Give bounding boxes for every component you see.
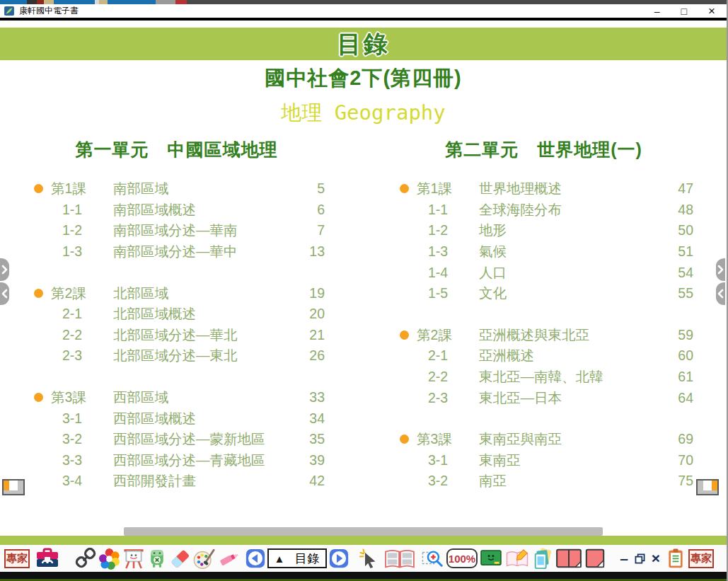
app-logo-icon bbox=[4, 6, 14, 16]
page-corner-flip-left-icon[interactable] bbox=[2, 479, 25, 495]
toc-column: 第二單元 世界地理(一) 第1課世界地理概述471-1全球海陸分布481-2地形… bbox=[394, 139, 693, 512]
page-spread-icon[interactable] bbox=[384, 548, 415, 569]
lesson-list: 第1課南部區域51-1南部區域概述61-2南部區域分述—華南71-3南部區域分述… bbox=[28, 178, 325, 492]
section-code: 2-1 bbox=[62, 306, 113, 322]
edge-nav-left-back-button[interactable] bbox=[0, 282, 9, 305]
toc-lesson-row[interactable]: 第2課亞洲概述與東北亞59 bbox=[394, 325, 693, 346]
toc-section-row[interactable]: 2-2東北亞—南韓、北韓61 bbox=[394, 367, 693, 388]
section-title: 西部區域概述 bbox=[113, 409, 296, 428]
subject-title: 地理 Geography bbox=[0, 99, 727, 127]
toolbox-icon[interactable] bbox=[35, 548, 59, 569]
page-indicator[interactable]: ▲目錄 bbox=[267, 548, 327, 568]
lesson-code: 第3課 bbox=[417, 430, 479, 449]
section-page: 75 bbox=[665, 473, 693, 489]
zoom-level-button[interactable]: 100% bbox=[446, 548, 478, 568]
next-page-button[interactable] bbox=[329, 548, 349, 568]
toc-section-row[interactable]: 3-1東南亞70 bbox=[394, 450, 693, 471]
expert-stamp-button-right[interactable]: 專家 bbox=[688, 549, 714, 568]
toc-section-row[interactable]: 2-3東北亞—日本64 bbox=[394, 387, 693, 408]
toc-section-row[interactable]: 1-2地形50 bbox=[394, 220, 693, 241]
toc-section-row[interactable]: 1-4人口54 bbox=[394, 262, 693, 283]
toc-section-row[interactable]: 2-2北部區域分述—華北21 bbox=[28, 325, 325, 346]
easel-icon[interactable] bbox=[122, 548, 145, 570]
section-page: 61 bbox=[665, 369, 693, 385]
unit-title: 第一單元 中國區域地理 bbox=[28, 139, 325, 160]
page-corner-flip-right-icon[interactable] bbox=[696, 479, 719, 495]
section-page: 48 bbox=[665, 202, 693, 218]
eraser-icon[interactable] bbox=[169, 548, 191, 570]
toc-section-row[interactable]: 3-4西部開發計畫42 bbox=[28, 471, 325, 492]
section-page: 51 bbox=[665, 243, 693, 260]
lesson-title: 西部區域 bbox=[113, 388, 296, 407]
section-code: 2-2 bbox=[62, 327, 113, 343]
two-page-view-icon[interactable] bbox=[555, 548, 582, 569]
prev-page-button[interactable] bbox=[245, 548, 265, 568]
toc-lesson-row[interactable]: 第2課北部區域19 bbox=[28, 282, 325, 304]
close-button[interactable]: × bbox=[708, 6, 715, 17]
section-title: 人口 bbox=[479, 263, 665, 282]
annotation-book-icon[interactable] bbox=[504, 548, 530, 569]
section-title: 南部區域概述 bbox=[113, 200, 296, 219]
section-page: 64 bbox=[665, 390, 693, 406]
notes-clipboard-icon[interactable] bbox=[666, 548, 686, 569]
toc-section-row[interactable]: 2-1亞洲概述60 bbox=[394, 345, 693, 367]
toc-section-row[interactable]: 3-3西部區域分述—青藏地區39 bbox=[28, 450, 325, 471]
section-code: 3-2 bbox=[428, 473, 479, 489]
lesson-page: 59 bbox=[665, 327, 693, 343]
section-page: 39 bbox=[296, 452, 325, 468]
section-page: 70 bbox=[665, 452, 693, 468]
minimize-button[interactable]: – bbox=[654, 6, 660, 17]
toolbar-close-button[interactable]: × bbox=[650, 550, 661, 567]
toc-section-row[interactable]: 3-2西部區域分述—蒙新地區35 bbox=[28, 429, 325, 450]
section-code: 1-5 bbox=[428, 285, 479, 301]
section-code: 1-1 bbox=[62, 202, 113, 218]
lesson-bullet-icon bbox=[34, 289, 43, 298]
toc-lesson-row[interactable]: 第3課東南亞與南亞69 bbox=[394, 429, 693, 450]
expert-stamp-button[interactable]: 專家 bbox=[4, 549, 30, 568]
lesson-bullet-icon bbox=[34, 184, 43, 193]
up-triangle-icon: ▲ bbox=[275, 553, 285, 565]
toc-lesson-row[interactable]: 第1課南部區域5 bbox=[28, 178, 325, 200]
section-title: 北部區域分述—華北 bbox=[113, 326, 296, 345]
maximize-button[interactable]: □ bbox=[681, 6, 687, 17]
lesson-title: 東南亞與南亞 bbox=[479, 430, 665, 449]
zoom-in-icon[interactable] bbox=[421, 548, 444, 569]
lesson-code: 第2課 bbox=[51, 284, 113, 303]
devices-icon[interactable] bbox=[532, 548, 553, 570]
toc-section-row[interactable]: 1-1全球海陸分布48 bbox=[394, 200, 693, 221]
lesson-bullet-icon bbox=[34, 393, 43, 402]
section-code: 3-4 bbox=[62, 473, 113, 489]
toc-section-row[interactable]: 1-2南部區域分述—華南7 bbox=[28, 220, 325, 241]
toc-section-row[interactable]: 2-3北部區域分述—東北26 bbox=[28, 345, 325, 367]
section-page: 26 bbox=[296, 347, 325, 364]
link-icon[interactable] bbox=[75, 548, 96, 569]
edge-nav-left-forward-button[interactable] bbox=[0, 258, 9, 281]
toc-section-row[interactable]: 2-1北部區域概述20 bbox=[28, 304, 325, 325]
highlighter-icon[interactable] bbox=[218, 548, 241, 568]
toc-section-row[interactable]: 1-3南部區域分述—華中13 bbox=[28, 241, 325, 263]
blackboard-icon[interactable] bbox=[480, 549, 502, 568]
toc-section-row[interactable]: 1-3氣候51 bbox=[394, 241, 693, 263]
edge-nav-right-forward-button[interactable] bbox=[716, 258, 725, 281]
toc-section-row[interactable]: 1-5文化55 bbox=[394, 283, 693, 304]
toolbar-restore-button[interactable] bbox=[634, 553, 646, 565]
section-title: 亞洲概述 bbox=[479, 346, 665, 365]
toc-lesson-row[interactable]: 第3課西部區域33 bbox=[28, 387, 325, 408]
lesson-title: 亞洲概述與東北亞 bbox=[479, 326, 665, 345]
toc-section-row[interactable]: 3-2南亞75 bbox=[394, 471, 693, 492]
toolbar-minimize-button[interactable]: – bbox=[618, 550, 630, 567]
section-code: 1-1 bbox=[428, 202, 479, 218]
toolbar: 專家▲目錄100%–×專家 bbox=[0, 545, 728, 572]
edge-nav-right-back-button[interactable] bbox=[716, 282, 725, 305]
toc-section-row[interactable]: 3-1西部區域概述34 bbox=[28, 408, 325, 429]
pointer-icon[interactable] bbox=[357, 547, 380, 570]
one-page-view-icon[interactable] bbox=[584, 548, 606, 569]
horizontal-scrollbar-thumb[interactable] bbox=[124, 527, 603, 536]
section-page: 20 bbox=[296, 306, 325, 322]
lesson-bullet-icon bbox=[400, 184, 409, 193]
toc-section-row[interactable]: 1-1南部區域概述6 bbox=[28, 200, 325, 221]
robot-clear-icon[interactable] bbox=[147, 548, 167, 570]
palette-icon[interactable] bbox=[193, 548, 216, 570]
toc-lesson-row[interactable]: 第1課世界地理概述47 bbox=[394, 178, 693, 200]
color-flower-icon[interactable] bbox=[98, 548, 120, 570]
